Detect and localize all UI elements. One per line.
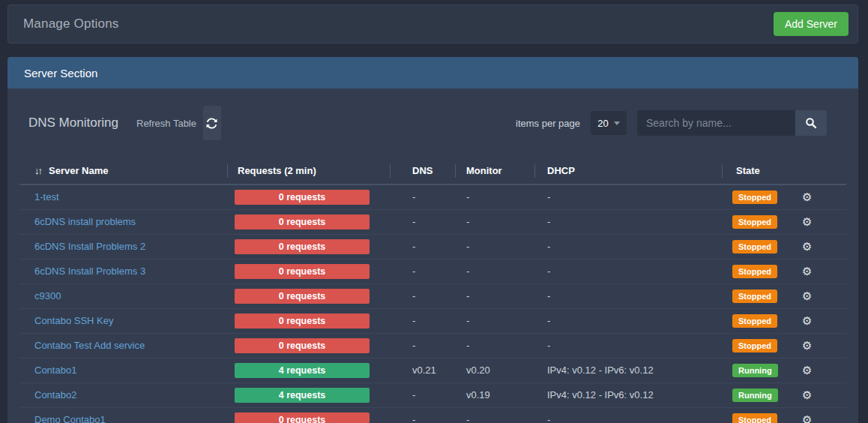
table-row: 6cDNS Install Problems 3 0 requests - - … bbox=[19, 259, 846, 284]
server-name-link[interactable]: Contabo SSH Key bbox=[34, 315, 114, 326]
refresh-icon bbox=[206, 118, 217, 129]
search-input[interactable] bbox=[637, 110, 795, 136]
dns-version-cell: - bbox=[390, 382, 455, 407]
state-badge: Stopped bbox=[732, 314, 777, 328]
monitor-version-cell: - bbox=[455, 209, 534, 234]
gear-icon[interactable]: ⚙ bbox=[802, 339, 812, 352]
column-header-state: State bbox=[722, 158, 802, 184]
column-header-monitor: Monitor bbox=[455, 158, 534, 184]
requests-badge: 0 requests bbox=[235, 412, 370, 423]
server-name-link[interactable]: Demo Contabo1 bbox=[34, 414, 106, 423]
server-section-panel: Server Section DNS Monitoring Refresh Ta… bbox=[7, 57, 858, 423]
table-row: 6cDNS install problems 0 requests - - - … bbox=[19, 209, 846, 234]
magnifier-icon bbox=[805, 117, 817, 129]
table-title: DNS Monitoring bbox=[28, 116, 118, 130]
server-name-link[interactable]: Contabo Test Add service bbox=[34, 340, 145, 351]
server-name-link[interactable]: Contabo2 bbox=[34, 389, 76, 400]
state-badge: Stopped bbox=[732, 339, 777, 352]
chevron-down-icon bbox=[614, 122, 620, 125]
gear-icon[interactable]: ⚙ bbox=[802, 388, 812, 401]
dns-version-cell: - bbox=[390, 259, 455, 284]
table-row: Contabo1 4 requests v0.21 v0.20 IPv4: v0… bbox=[19, 358, 846, 382]
gear-icon[interactable]: ⚙ bbox=[802, 265, 812, 278]
items-per-page-label: items per page bbox=[516, 118, 580, 129]
dhcp-version-cell: - bbox=[534, 284, 722, 308]
state-badge: Stopped bbox=[732, 190, 777, 204]
dhcp-version-cell: - bbox=[534, 259, 722, 284]
table-row: 1-test 0 requests - - - Stopped ⚙ bbox=[19, 184, 846, 209]
dns-version-cell: - bbox=[390, 184, 455, 209]
servers-table: ↓↑Server Name Requests (2 min) DNS Monit… bbox=[19, 158, 846, 423]
table-toolbar: DNS Monitoring Refresh Table items per p… bbox=[7, 88, 858, 158]
dns-version-cell: - bbox=[390, 407, 455, 423]
monitor-version-cell: - bbox=[455, 284, 534, 308]
refresh-table-label: Refresh Table bbox=[136, 118, 196, 129]
requests-badge: 0 requests bbox=[235, 314, 370, 328]
requests-badge: 4 requests bbox=[235, 388, 370, 403]
requests-badge: 0 requests bbox=[235, 289, 370, 304]
state-badge: Stopped bbox=[732, 413, 777, 423]
monitor-version-cell: - bbox=[455, 184, 534, 209]
state-badge: Running bbox=[732, 364, 778, 377]
gear-icon[interactable]: ⚙ bbox=[802, 364, 812, 376]
column-header-dhcp: DHCP bbox=[534, 158, 722, 184]
table-row: Contabo2 4 requests - v0.19 IPv4: v0.12 … bbox=[19, 382, 846, 407]
dhcp-version-cell: - bbox=[534, 184, 722, 209]
requests-badge: 0 requests bbox=[235, 214, 370, 230]
monitor-version-cell: - bbox=[455, 407, 534, 423]
search-button[interactable] bbox=[795, 110, 827, 136]
gear-icon[interactable]: ⚙ bbox=[802, 240, 812, 253]
server-name-link[interactable]: 6cDNS Install Problems 3 bbox=[34, 266, 145, 277]
gear-icon[interactable]: ⚙ bbox=[802, 314, 812, 327]
gear-icon[interactable]: ⚙ bbox=[802, 215, 812, 228]
dhcp-version-cell: IPv4: v0.12 - IPv6: v0.12 bbox=[534, 358, 722, 382]
dhcp-version-cell: - bbox=[534, 333, 722, 358]
table-row: 6cDNS Install Problems 2 0 requests - - … bbox=[19, 234, 846, 259]
monitor-version-cell: - bbox=[455, 234, 534, 259]
requests-badge: 0 requests bbox=[235, 239, 370, 254]
requests-badge: 0 requests bbox=[235, 190, 370, 205]
server-name-link[interactable]: c9300 bbox=[34, 290, 61, 302]
column-header-actions bbox=[802, 158, 846, 184]
page-title: Manage Options bbox=[23, 16, 119, 32]
server-name-link[interactable]: 6cDNS Install Problems 2 bbox=[34, 241, 145, 252]
state-badge: Stopped bbox=[732, 290, 777, 303]
items-per-page-value: 20 bbox=[597, 118, 608, 129]
server-name-link[interactable]: Contabo1 bbox=[34, 364, 76, 376]
state-badge: Stopped bbox=[732, 215, 777, 229]
table-row: Contabo SSH Key 0 requests - - - Stopped… bbox=[19, 308, 846, 333]
monitor-version-cell: v0.20 bbox=[455, 358, 534, 382]
requests-badge: 4 requests bbox=[235, 363, 370, 378]
column-header-dns: DNS bbox=[390, 158, 455, 184]
monitor-version-cell: - bbox=[455, 259, 534, 284]
dns-version-cell: - bbox=[390, 234, 455, 259]
table-header-row: ↓↑Server Name Requests (2 min) DNS Monit… bbox=[19, 158, 846, 184]
add-server-button[interactable]: Add Server bbox=[774, 12, 849, 36]
dhcp-version-cell: IPv4: v0.12 - IPv6: v0.12 bbox=[534, 382, 722, 407]
monitor-version-cell: v0.19 bbox=[455, 382, 534, 407]
server-name-link[interactable]: 1-test bbox=[34, 191, 59, 202]
monitor-version-cell: - bbox=[455, 333, 534, 358]
dns-version-cell: - bbox=[390, 308, 455, 333]
dhcp-version-cell: - bbox=[534, 234, 722, 259]
refresh-table-button[interactable] bbox=[203, 106, 221, 140]
server-name-link[interactable]: 6cDNS install problems bbox=[34, 216, 136, 227]
gear-icon[interactable]: ⚙ bbox=[802, 190, 812, 203]
requests-badge: 0 requests bbox=[235, 264, 370, 279]
column-header-server-name[interactable]: ↓↑Server Name bbox=[19, 158, 227, 184]
items-per-page-select[interactable]: 20 bbox=[591, 111, 627, 135]
sort-icon[interactable]: ↓↑ bbox=[34, 165, 41, 176]
dhcp-version-cell: - bbox=[534, 308, 722, 333]
dns-version-cell: - bbox=[390, 333, 455, 358]
toolbar-right-group: items per page 20 bbox=[516, 110, 827, 136]
dns-version-cell: - bbox=[390, 209, 455, 234]
dhcp-version-cell: - bbox=[534, 407, 722, 423]
column-header-requests: Requests (2 min) bbox=[227, 158, 390, 184]
table-body: 1-test 0 requests - - - Stopped ⚙ 6cDNS … bbox=[19, 184, 846, 423]
dhcp-version-cell: - bbox=[534, 209, 722, 234]
gear-icon[interactable]: ⚙ bbox=[802, 290, 812, 302]
server-section-header: Server Section bbox=[7, 57, 858, 88]
table-row: Demo Contabo1 0 requests - - - Stopped ⚙ bbox=[19, 407, 846, 423]
gear-icon[interactable]: ⚙ bbox=[802, 413, 812, 423]
state-badge: Running bbox=[732, 388, 778, 402]
